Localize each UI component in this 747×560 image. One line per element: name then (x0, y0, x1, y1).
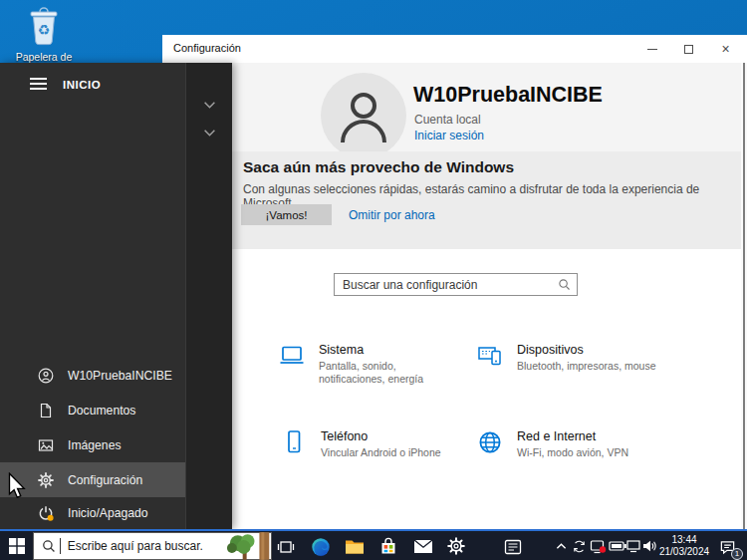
close-icon: × (721, 42, 729, 56)
window-title: Configuración (173, 42, 241, 54)
start-tiles-panel (185, 63, 232, 529)
account-name: W10PruebaINCIBE (413, 83, 603, 108)
start-item-user[interactable]: W10PruebaINCIBE (0, 358, 185, 393)
taskbar-search (33, 532, 272, 560)
alert-dot (600, 546, 606, 552)
settings-search-input[interactable] (334, 273, 578, 296)
start-menu-header: INICIO (63, 79, 101, 91)
start-item-power[interactable]: Inicio/Apagado (0, 497, 185, 529)
tile-title: Dispositivos (517, 343, 655, 357)
gear-icon (38, 472, 54, 488)
tile-subtitle: Bluetooth, impresoras, mouse (517, 360, 655, 373)
sign-in-link[interactable]: Iniciar sesión (414, 129, 484, 142)
chevron-up-icon (556, 542, 567, 550)
globe-icon (475, 429, 505, 455)
scrollbar-thumb[interactable] (743, 63, 745, 529)
security-tray-button[interactable] (589, 537, 608, 555)
laptop-icon (277, 343, 307, 369)
close-button[interactable]: × (707, 35, 744, 63)
start-item-label: Documentos (68, 404, 135, 418)
lets-go-button[interactable]: ¡Vamos! (241, 204, 332, 225)
start-item-label: Configuración (68, 473, 142, 487)
tile-subtitle: Vincular Android o iPhone (321, 446, 441, 459)
edge-button[interactable] (310, 536, 332, 558)
start-menu: INICIO W10PruebaINCIBE Documentos Imágen… (0, 63, 232, 529)
notification-count-badge: 1 (731, 548, 743, 560)
update-pending-badge (48, 515, 54, 521)
minimize-button[interactable] (633, 35, 670, 63)
search-highlight-tree-image[interactable] (222, 532, 271, 560)
minimize-icon (647, 49, 657, 50)
taskbar-search-input[interactable] (61, 539, 222, 553)
power-icon (38, 505, 54, 521)
task-view-icon (277, 538, 295, 556)
file-explorer-button[interactable] (344, 538, 366, 556)
network-icon (625, 539, 641, 553)
clock-date: 21/03/2024 (655, 546, 713, 558)
start-item-pictures[interactable]: Imágenes (0, 427, 185, 462)
tile-dispositivos[interactable]: Dispositivos Bluetooth, impresoras, mous… (475, 343, 664, 373)
settings-window: Configuración × W10PruebaINCIBE Cuenta l… (162, 35, 747, 529)
start-item-documents[interactable]: Documentos (0, 393, 185, 427)
windows-logo-icon (9, 538, 25, 554)
chevron-down-icon[interactable] (203, 101, 216, 110)
user-icon (38, 368, 54, 384)
news-icon (504, 538, 522, 556)
account-type: Cuenta local (414, 113, 481, 127)
settings-search (334, 273, 578, 296)
promo-banner: Saca aún más provecho de Windows Con alg… (162, 151, 741, 249)
tile-title: Teléfono (321, 429, 441, 443)
security-alert-icon (590, 538, 607, 555)
maximize-icon (684, 45, 693, 54)
tile-red-internet[interactable]: Red e Internet Wi-Fi, modo avión, VPN (475, 429, 664, 459)
tile-subtitle: Pantalla, sonido, notificaciones, energí… (319, 360, 450, 386)
start-item-settings[interactable]: Configuración (0, 462, 185, 497)
search-icon (558, 278, 571, 291)
sync-tray-button[interactable] (571, 537, 588, 555)
tray-expand-button[interactable] (554, 540, 568, 552)
start-item-label: Imágenes (68, 438, 122, 452)
tile-title: Red e Internet (517, 429, 628, 443)
store-button[interactable] (378, 536, 398, 556)
maximize-button[interactable] (670, 35, 707, 63)
gear-icon (447, 537, 465, 555)
search-icon (42, 539, 56, 553)
folder-icon (345, 539, 365, 555)
skip-for-now-link[interactable]: Omitir por ahora (349, 208, 435, 222)
task-view-button[interactable] (276, 537, 296, 557)
window-scrollbar[interactable] (741, 63, 747, 529)
phone-icon (279, 429, 309, 455)
taskbar: 13:44 21/03/2024 1 (0, 529, 747, 560)
chevron-down-icon[interactable] (203, 129, 216, 138)
mail-button[interactable] (412, 538, 434, 555)
avatar (321, 73, 406, 158)
sync-icon (572, 539, 587, 554)
store-icon (379, 537, 397, 555)
settings-titlebar[interactable]: Configuración × (162, 35, 747, 63)
recycle-bin-icon: ♻ (26, 6, 62, 46)
battery-icon (609, 541, 626, 551)
start-menu-expand-button[interactable] (30, 75, 52, 95)
promo-heading: Saca aún más provecho de Windows (243, 158, 514, 176)
document-icon (38, 403, 54, 419)
start-item-label: W10PruebaINCIBE (68, 369, 172, 383)
tile-sistema[interactable]: Sistema Pantalla, sonido, notificaciones… (277, 343, 466, 386)
settings-hero-section: W10PruebaINCIBE Cuenta local Iniciar ses… (162, 63, 741, 249)
desktop: { "desktop": { "recycle_bin_label": "Pap… (0, 0, 747, 560)
tile-subtitle: Wi-Fi, modo avión, VPN (517, 446, 628, 459)
svg-text:♻: ♻ (38, 22, 51, 38)
clock-time: 13:44 (655, 534, 713, 546)
edge-icon (311, 537, 331, 557)
start-button[interactable] (4, 534, 30, 558)
start-item-label: Inicio/Apagado (68, 506, 148, 520)
action-center-button[interactable]: 1 (716, 537, 738, 557)
taskbar-clock[interactable]: 13:44 21/03/2024 (655, 534, 713, 558)
image-icon (38, 437, 54, 453)
mail-icon (413, 539, 433, 554)
devices-icon (475, 343, 505, 369)
tile-title: Sistema (319, 343, 450, 357)
settings-taskbar-button[interactable] (446, 536, 466, 556)
news-widget-button[interactable] (503, 537, 523, 557)
window-controls: × (633, 35, 744, 63)
tile-telefono[interactable]: Teléfono Vincular Android o iPhone (279, 429, 468, 459)
